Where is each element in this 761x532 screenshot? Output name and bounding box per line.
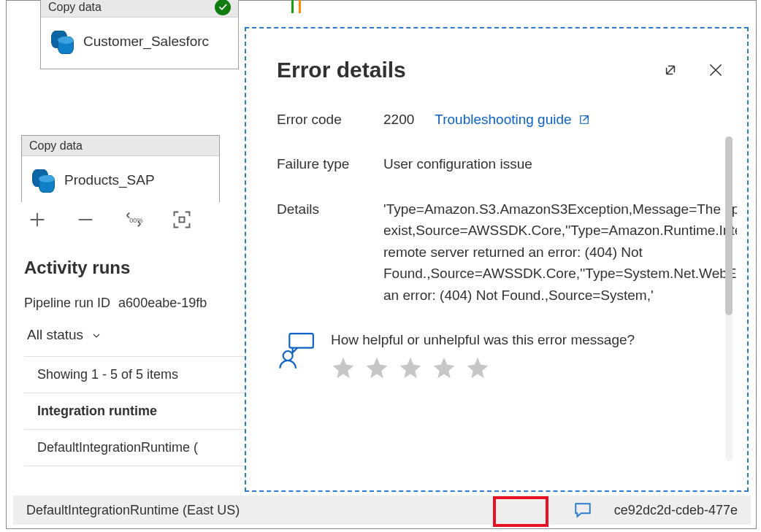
status-filter-dropdown[interactable]: All status — [24, 318, 102, 352]
feedback-stars — [331, 355, 635, 383]
star-5[interactable] — [465, 355, 490, 383]
status-success-icon — [215, 0, 231, 15]
scrollbar-thumb[interactable] — [725, 136, 733, 315]
error-details-icon[interactable] — [573, 502, 592, 518]
external-link-icon — [578, 113, 591, 126]
activity-type-label: Copy data — [29, 139, 83, 153]
failure-type-label: Failure type — [277, 153, 376, 174]
app-frame: Copy data Customer_Salesforc Copy data P… — [6, 0, 757, 529]
database-icon — [51, 29, 73, 54]
feedback-person-icon — [277, 332, 315, 373]
failure-type-value: User configuration issue — [383, 153, 737, 174]
pipeline-run-id-value: a600eabe-19fb — [118, 296, 207, 311]
troubleshooting-guide-label: Troubleshooting guide — [435, 109, 571, 130]
feedback-prompt: How helpful or unhelpful was this error … — [331, 332, 635, 348]
runtime-row-selected[interactable]: DefaultIntegrationRuntime (East US) ce92… — [13, 496, 751, 525]
database-icon — [32, 168, 54, 193]
svg-point-3 — [283, 351, 293, 361]
decoration-tick-orange — [299, 0, 301, 13]
svg-text:00%: 00% — [129, 217, 143, 224]
star-2[interactable] — [364, 355, 389, 383]
svg-rect-1 — [180, 217, 185, 223]
activity-run-id: ce92dc2d-cdeb-477e — [614, 503, 738, 518]
error-fields: Error code 2200 Troubleshooting guide Fa… — [277, 109, 715, 306]
star-1[interactable] — [331, 355, 356, 383]
activity-type-label: Copy data — [48, 1, 102, 14]
chevron-down-icon — [91, 329, 102, 341]
status-filter-label: All status — [27, 327, 83, 343]
flyout-scrollbar[interactable] — [725, 136, 733, 461]
feedback-section: How helpful or unhelpful was this error … — [277, 332, 715, 383]
zoom-reset-button[interactable]: 00% — [123, 209, 144, 230]
details-value: 'Type=Amazon.S3.AmazonS3Exception,Messag… — [383, 198, 737, 306]
activity-card-customer-salesforce[interactable]: Copy data Customer_Salesforc — [40, 0, 239, 69]
zoom-fit-button[interactable] — [172, 209, 192, 230]
troubleshooting-guide-link[interactable]: Troubleshooting guide — [435, 109, 590, 130]
callout-highlight — [493, 496, 548, 527]
flyout-title: Error details — [277, 58, 715, 82]
pipeline-run-id-label: Pipeline run ID — [24, 296, 110, 311]
svg-rect-2 — [289, 334, 313, 348]
error-code-label: Error code — [277, 109, 376, 130]
star-4[interactable] — [432, 355, 456, 383]
decoration-tick-green — [291, 0, 294, 13]
star-3[interactable] — [398, 355, 423, 383]
error-details-flyout: Error details Error code 2200 Troublesho… — [245, 27, 749, 492]
activity-name: Customer_Salesforc — [83, 34, 209, 50]
details-label: Details — [277, 198, 376, 306]
runtime-name: DefaultIntegrationRuntime (East US) — [26, 503, 240, 518]
activity-card-products-sap[interactable]: Copy data Products_SAP — [21, 135, 220, 208]
zoom-in-button[interactable] — [27, 209, 47, 230]
zoom-out-button[interactable] — [75, 209, 96, 230]
error-code-value: 2200 — [383, 109, 414, 130]
activity-name: Products_SAP — [64, 172, 155, 188]
